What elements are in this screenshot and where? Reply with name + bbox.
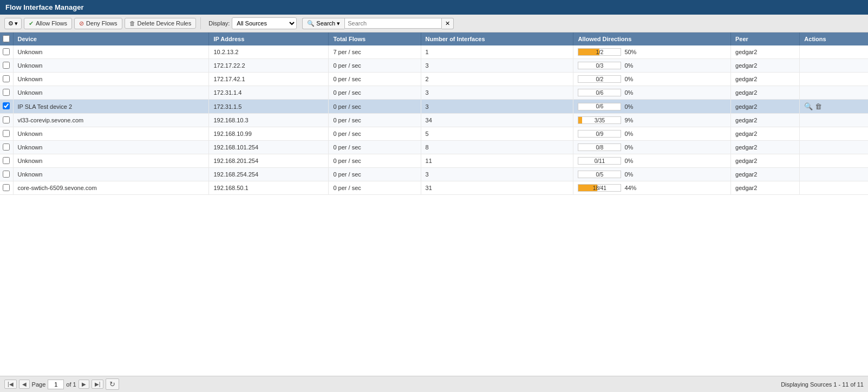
row-checkbox[interactable] — [3, 143, 10, 151]
header-device[interactable]: Device — [13, 32, 209, 45]
refresh-button[interactable]: ↻ — [106, 378, 119, 390]
table-row[interactable]: Unknown192.168.254.2540 per / sec30/50%g… — [0, 168, 868, 181]
row-checkbox-cell[interactable] — [0, 168, 13, 181]
row-total-flows: 0 per / sec — [329, 168, 421, 181]
allow-flows-button[interactable]: ✔ Allow Flows — [24, 18, 72, 29]
row-actions-cell — [800, 45, 868, 59]
table-row[interactable]: vl33-corevip.sevone.com192.168.10.30 per… — [0, 114, 868, 127]
header-allowed-directions[interactable]: Allowed Directions — [573, 32, 731, 45]
row-device: IP SLA Test device 2 — [13, 100, 209, 114]
header-total-flows[interactable]: Total Flows — [329, 32, 421, 45]
row-checkbox-cell[interactable] — [0, 127, 13, 141]
table-row[interactable]: Unknown10.2.13.27 per / sec11/250%gedgar… — [0, 45, 868, 59]
row-checkbox[interactable] — [3, 130, 10, 137]
row-checkbox-cell[interactable] — [0, 114, 13, 127]
row-checkbox-cell[interactable] — [0, 59, 13, 73]
search-input[interactable] — [344, 18, 442, 29]
row-checkbox[interactable] — [3, 75, 10, 82]
table-row[interactable]: Unknown172.17.42.10 per / sec20/20%gedga… — [0, 73, 868, 86]
select-all-checkbox[interactable] — [3, 35, 10, 42]
search-clear-button[interactable]: ✕ — [442, 18, 454, 29]
row-allowed-directions: 3/359% — [573, 114, 731, 127]
row-total-flows: 0 per / sec — [329, 114, 421, 127]
table-row[interactable]: Unknown192.168.201.2540 per / sec110/110… — [0, 154, 868, 168]
progress-bar-wrap: 3/35 — [578, 116, 621, 124]
row-allowed-directions: 0/30% — [573, 59, 731, 73]
progress-bar-wrap: 0/6 — [578, 103, 621, 110]
table-row[interactable]: IP SLA Test device 2172.31.1.50 per / se… — [0, 100, 868, 114]
delete-rules-button[interactable]: 🗑 Delete Device Rules — [125, 18, 197, 29]
row-checkbox[interactable] — [3, 48, 10, 55]
row-ip: 192.168.10.99 — [209, 127, 329, 141]
search-icon: 🔍 — [307, 20, 315, 27]
row-checkbox[interactable] — [3, 89, 10, 96]
row-checkbox-cell[interactable] — [0, 141, 13, 154]
row-total-flows: 7 per / sec — [329, 45, 421, 59]
prev-page-button[interactable]: ◀ — [19, 380, 30, 389]
row-device: Unknown — [13, 168, 209, 181]
row-checkbox[interactable] — [3, 171, 10, 178]
row-total-flows: 0 per / sec — [329, 141, 421, 154]
row-allowed-directions: 0/60% — [573, 86, 731, 100]
row-num-interfaces: 5 — [421, 127, 573, 141]
row-checkbox[interactable] — [3, 184, 10, 191]
row-checkbox-cell[interactable] — [0, 45, 13, 59]
pct-label: 0% — [624, 171, 639, 178]
toolbar-separator — [200, 17, 201, 29]
last-page-button[interactable]: ▶| — [92, 380, 104, 389]
progress-bar-wrap: 0/3 — [578, 62, 621, 69]
displaying-label: Displaying Sources 1 - 11 of 11 — [781, 381, 864, 388]
first-page-button[interactable]: |◀ — [4, 380, 17, 389]
row-checkbox[interactable] — [3, 62, 10, 69]
view-icon[interactable]: 🔍 — [804, 102, 813, 110]
progress-bar-wrap: 18/41 — [578, 184, 621, 192]
display-select[interactable]: All Sources Sources Destinations — [232, 17, 297, 29]
delete-row-icon[interactable]: 🗑 — [815, 102, 822, 110]
gear-button[interactable]: ⚙ ▾ — [4, 18, 22, 29]
table-row[interactable]: Unknown192.168.101.2540 per / sec80/80%g… — [0, 141, 868, 154]
main-table: Device IP Address Total Flows Number of … — [0, 32, 868, 195]
row-num-interfaces: 34 — [421, 114, 573, 127]
row-device: Unknown — [13, 45, 209, 59]
row-actions-cell — [800, 168, 868, 181]
deny-flows-button[interactable]: ⊘ Deny Flows — [74, 18, 122, 29]
pct-label: 44% — [624, 185, 639, 191]
title-bar: Flow Interface Manager — [0, 0, 868, 15]
row-checkbox-cell[interactable] — [0, 73, 13, 86]
row-actions-cell — [800, 73, 868, 86]
progress-bar-text: 0/6 — [578, 89, 621, 96]
row-checkbox-cell[interactable] — [0, 100, 13, 114]
header-ip-address[interactable]: IP Address — [209, 32, 329, 45]
table-row[interactable]: core-swtich-6509.sevone.com192.168.50.10… — [0, 181, 868, 195]
page-input[interactable] — [48, 380, 64, 389]
table-header-row: Device IP Address Total Flows Number of … — [0, 32, 868, 45]
table-row[interactable]: Unknown172.17.22.20 per / sec30/30%gedga… — [0, 59, 868, 73]
search-dropdown-button[interactable]: 🔍 Search ▾ — [302, 18, 344, 29]
row-checkbox-cell[interactable] — [0, 154, 13, 168]
next-page-button[interactable]: ▶ — [79, 380, 89, 389]
row-num-interfaces: 8 — [421, 141, 573, 154]
row-checkbox-cell[interactable] — [0, 86, 13, 100]
pct-label: 0% — [624, 62, 639, 69]
progress-bar-wrap: 0/9 — [578, 130, 621, 138]
row-checkbox[interactable] — [3, 116, 10, 123]
row-ip: 192.168.10.3 — [209, 114, 329, 127]
header-checkbox-col[interactable] — [0, 32, 13, 45]
table-row[interactable]: Unknown192.168.10.990 per / sec50/90%ged… — [0, 127, 868, 141]
table-row[interactable]: Unknown172.31.1.40 per / sec30/60%gedgar… — [0, 86, 868, 100]
row-checkbox[interactable] — [3, 102, 10, 109]
pct-label: 0% — [624, 130, 639, 137]
progress-bar-wrap: 0/5 — [578, 171, 621, 178]
row-checkbox-cell[interactable] — [0, 181, 13, 195]
progress-bar-text: 18/41 — [578, 185, 621, 191]
progress-bar-text: 0/11 — [578, 158, 621, 164]
progress-bar-text: 0/9 — [578, 130, 621, 137]
row-checkbox[interactable] — [3, 157, 10, 164]
row-allowed-directions: 0/20% — [573, 73, 731, 86]
search-chevron-icon: ▾ — [337, 20, 340, 27]
row-device: vl33-corevip.sevone.com — [13, 114, 209, 127]
header-num-interfaces[interactable]: Number of Interfaces — [421, 32, 573, 45]
header-peer[interactable]: Peer — [731, 32, 800, 45]
check-icon: ✔ — [29, 20, 34, 27]
pct-label: 0% — [624, 158, 639, 164]
